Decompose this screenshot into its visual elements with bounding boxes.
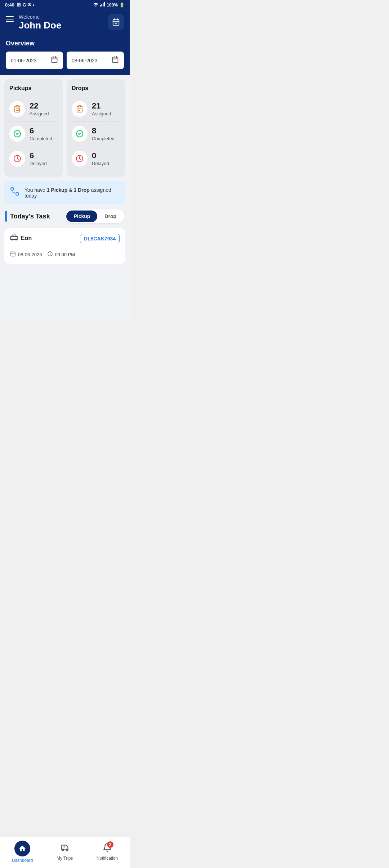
task-card-divider: [10, 247, 120, 247]
dashboard-home-icon: [14, 841, 30, 856]
drops-assigned-label: Assigned: [92, 111, 111, 116]
todays-task-title-wrap: Today's Task: [5, 211, 50, 222]
drops-completed-info: 8 Completed: [92, 126, 115, 141]
svg-rect-4: [113, 19, 119, 25]
pickups-assigned-icon: [9, 101, 25, 117]
drops-card: Drops 21 Assigned: [67, 79, 125, 177]
drops-delayed-icon: [72, 151, 88, 167]
svg-rect-2: [103, 3, 104, 6]
header-calendar-button[interactable]: [108, 14, 124, 30]
pickups-delayed-icon: [9, 151, 25, 167]
task-card-bottom: 08-06-2023 09:00 PM: [10, 251, 120, 258]
info-text-2: &: [67, 187, 73, 193]
date-to-value: 08-06-2023: [72, 58, 98, 63]
my-trips-icon: [60, 843, 70, 854]
bottom-nav: Dashboard My Trips 2 Notification: [0, 837, 130, 868]
pickups-card: Pickups 22 Assigned: [4, 79, 63, 177]
svg-rect-16: [16, 106, 18, 107]
task-accent-bar: [5, 211, 7, 222]
overview-label: Overview: [0, 40, 130, 52]
drops-assigned-row: 21 Assigned: [72, 97, 120, 121]
dashboard-nav-item[interactable]: Dashboard: [6, 841, 39, 863]
status-right: 100% 🔋: [93, 2, 125, 8]
pickups-completed-row: 6 Completed: [9, 121, 58, 146]
status-time: 8:40: [5, 2, 14, 8]
info-text-1: You have: [24, 187, 47, 193]
task-date-info: 08-06-2023: [10, 251, 42, 258]
todays-task-title: Today's Task: [10, 213, 50, 220]
notification-badge: 2: [107, 841, 113, 848]
task-date-value: 08-06-2023: [18, 252, 42, 257]
task-toggle: Pickup Drop: [65, 209, 125, 223]
dashboard-nav-label: Dashboard: [12, 858, 33, 863]
svg-rect-8: [52, 57, 57, 62]
info-banner-text: You have 1 Pickup & 1 Drop assigned toda…: [24, 187, 120, 199]
task-time-icon: [47, 251, 53, 258]
info-drop: 1 Drop: [73, 187, 89, 193]
pickups-completed-info: 6 Completed: [30, 126, 52, 141]
pickups-completed-count: 6: [30, 126, 52, 136]
battery-text: 100%: [107, 3, 118, 8]
drops-delayed-row: 0 Delayed: [72, 146, 120, 171]
date-from-calendar-icon: [51, 56, 58, 65]
my-trips-nav-item[interactable]: My Trips: [51, 843, 79, 861]
pickups-assigned-info: 22 Assigned: [30, 101, 49, 116]
pickups-delayed-info: 6 Delayed: [30, 151, 47, 166]
svg-point-26: [11, 187, 14, 190]
pickups-assigned-count: 22: [30, 101, 49, 111]
notification-nav-label: Notification: [97, 856, 118, 861]
drops-assigned-icon: [72, 101, 88, 117]
license-plate: DL8CAK7934: [80, 234, 120, 243]
header-text: Welcome John Doe: [19, 14, 61, 31]
notification-icon-wrapper: 2: [103, 843, 112, 854]
wifi-icon: [93, 2, 99, 8]
task-card: Eon DL8CAK7934 08-06-2023: [4, 228, 125, 264]
info-banner: You have 1 Pickup & 1 Drop assigned toda…: [4, 181, 125, 204]
pickups-delayed-row: 6 Delayed: [9, 146, 58, 171]
info-pickup: 1 Pickup: [47, 187, 68, 193]
header-left: Welcome John Doe: [6, 14, 61, 31]
pickups-completed-label: Completed: [30, 136, 52, 141]
pickups-assigned-label: Assigned: [30, 111, 49, 116]
drops-delayed-count: 0: [92, 151, 109, 160]
drops-assigned-count: 21: [92, 101, 111, 111]
hamburger-button[interactable]: [6, 14, 14, 22]
battery-icon: 🔋: [119, 3, 125, 8]
task-time-info: 09:00 PM: [47, 251, 75, 258]
task-car-name: Eon: [21, 235, 32, 242]
header: Welcome John Doe: [0, 10, 130, 40]
date-from-value: 01-06-2023: [11, 58, 37, 63]
status-bar: 8:40 🖹 G ✉ • 100% 🔋: [0, 0, 130, 10]
svg-rect-12: [113, 57, 118, 62]
svg-rect-0: [100, 5, 101, 6]
status-left: 8:40 🖹 G ✉ •: [5, 2, 35, 8]
drops-completed-row: 8 Completed: [72, 121, 120, 146]
pickups-delayed-count: 6: [30, 151, 47, 160]
pickups-delayed-label: Delayed: [30, 161, 47, 166]
task-time-value: 09:00 PM: [55, 252, 75, 257]
svg-rect-21: [79, 106, 81, 107]
svg-rect-1: [102, 4, 103, 7]
pickup-toggle-button[interactable]: Pickup: [66, 211, 97, 222]
welcome-text: Welcome: [19, 14, 61, 20]
drops-delayed-label: Delayed: [92, 161, 109, 166]
drops-completed-icon: [72, 126, 88, 142]
date-from-input[interactable]: 01-06-2023: [6, 52, 63, 69]
car-icon: [10, 234, 18, 242]
drop-toggle-button[interactable]: Drop: [97, 211, 124, 222]
date-to-calendar-icon: [112, 56, 119, 65]
drops-delayed-info: 0 Delayed: [92, 151, 109, 166]
notification-nav-item[interactable]: 2 Notification: [91, 843, 124, 861]
drops-completed-label: Completed: [92, 136, 115, 141]
svg-rect-31: [11, 252, 15, 256]
status-icons: 🖹 G ✉ •: [17, 2, 35, 8]
route-icon: [9, 186, 20, 199]
signal-icon: [100, 2, 105, 8]
task-car-info: Eon: [10, 234, 32, 242]
svg-rect-3: [104, 2, 105, 6]
date-to-input[interactable]: 08-06-2023: [67, 52, 124, 69]
stats-row: Pickups 22 Assigned: [4, 79, 125, 177]
my-trips-nav-label: My Trips: [57, 856, 73, 861]
pickups-assigned-row: 22 Assigned: [9, 97, 58, 121]
pickups-completed-icon: [9, 126, 25, 142]
